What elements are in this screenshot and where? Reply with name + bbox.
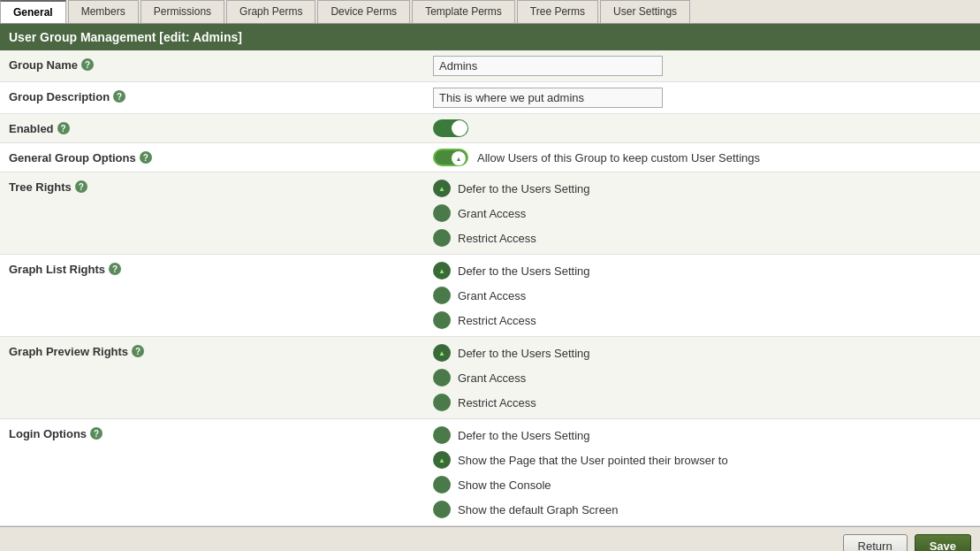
tab-bar: General Members Permissions Graph Perms … — [0, 0, 980, 24]
graph-list-rights-label: Graph List Rights ? — [0, 255, 424, 283]
login-radio-4[interactable] — [433, 501, 451, 518]
group-name-input[interactable] — [433, 56, 663, 76]
login-option-label-4: Show the default Graph Screen — [458, 503, 618, 517]
graph-list-rights-value-cell: Defer to the Users Setting Grant Access … — [424, 255, 980, 336]
login-radio-1[interactable] — [433, 426, 451, 444]
group-name-help-icon[interactable]: ? — [81, 58, 94, 71]
graph-preview-radio-3[interactable] — [433, 394, 451, 411]
graph-preview-option-label-3: Restrict Access — [458, 396, 536, 409]
group-description-help-icon[interactable]: ? — [113, 90, 125, 103]
graph-preview-rights-label: Graph Preview Rights ? — [0, 337, 424, 365]
toggle-knob — [452, 120, 467, 136]
tree-rights-value-cell: Defer to the Users Setting Grant Access … — [424, 172, 980, 254]
login-options-row: Login Options ? Defer to the Users Setti… — [0, 419, 980, 526]
footer: Return Save — [0, 526, 980, 551]
graph-list-radio-3[interactable] — [433, 311, 451, 329]
tree-rights-row: Tree Rights ? Defer to the Users Setting… — [0, 172, 980, 255]
tree-rights-option-3[interactable]: Restrict Access — [433, 227, 971, 249]
graph-preview-option-label-1: Defer to the Users Setting — [458, 347, 590, 360]
tab-template-perms[interactable]: Template Perms — [412, 0, 515, 23]
graph-preview-option-3[interactable]: Restrict Access — [433, 392, 971, 413]
login-options-label: Login Options ? — [0, 419, 424, 448]
graph-list-option-label-1: Defer to the Users Setting — [458, 264, 590, 278]
tab-general[interactable]: General — [0, 0, 66, 23]
tree-rights-label: Tree Rights ? — [0, 172, 424, 201]
group-name-label: Group Name ? — [0, 50, 424, 79]
tree-rights-radio-1[interactable] — [433, 180, 451, 197]
login-option-2[interactable]: Show the Page that the User pointed thei… — [433, 449, 971, 471]
login-radio-3[interactable] — [433, 476, 451, 494]
graph-preview-rights-value-cell: Defer to the Users Setting Grant Access … — [424, 337, 980, 418]
graph-list-rights-option-2[interactable]: Grant Access — [433, 285, 971, 306]
tree-rights-option-label-2: Grant Access — [458, 207, 526, 220]
enabled-row: Enabled ? — [0, 114, 980, 143]
page-title: User Group Management [edit: Admins] — [0, 24, 980, 50]
save-button[interactable]: Save — [915, 534, 971, 551]
graph-list-rights-option-3[interactable]: Restrict Access — [433, 310, 971, 331]
general-group-options-value-cell: Allow Users of this Group to keep custom… — [424, 143, 980, 172]
login-option-4[interactable]: Show the default Graph Screen — [433, 499, 971, 520]
tab-members[interactable]: Members — [68, 0, 139, 23]
graph-preview-option-label-2: Grant Access — [458, 371, 526, 385]
graph-list-rights-option-1[interactable]: Defer to the Users Setting — [433, 260, 971, 281]
tab-device-perms[interactable]: Device Perms — [317, 0, 410, 23]
graph-preview-radio-2[interactable] — [433, 369, 451, 386]
group-description-label: Group Description ? — [0, 82, 424, 111]
general-toggle-knob — [452, 151, 466, 165]
general-group-options-toggle-row: Allow Users of this Group to keep custom… — [433, 149, 971, 166]
tab-tree-perms[interactable]: Tree Perms — [517, 0, 598, 23]
enabled-value-cell — [424, 114, 980, 142]
tree-rights-radio-2[interactable] — [433, 204, 451, 222]
enabled-label: Enabled ? — [0, 114, 424, 142]
tree-rights-help-icon[interactable]: ? — [75, 180, 87, 193]
graph-list-option-label-3: Restrict Access — [458, 314, 536, 327]
login-option-label-3: Show the Console — [458, 478, 551, 492]
login-radio-2[interactable] — [433, 451, 451, 469]
tree-rights-option-1[interactable]: Defer to the Users Setting — [433, 178, 971, 199]
login-option-label-2: Show the Page that the User pointed thei… — [458, 454, 728, 467]
graph-preview-option-1[interactable]: Defer to the Users Setting — [433, 342, 971, 364]
general-group-options-help-icon[interactable]: ? — [140, 151, 152, 164]
graph-list-radio-2[interactable] — [433, 287, 451, 304]
login-options-value-cell: Defer to the Users Setting Show the Page… — [424, 419, 980, 525]
tab-user-settings[interactable]: User Settings — [600, 0, 690, 23]
general-group-options-label: General Group Options ? — [0, 143, 424, 172]
graph-list-rights-row: Graph List Rights ? Defer to the Users S… — [0, 255, 980, 337]
graph-preview-option-2[interactable]: Grant Access — [433, 367, 971, 388]
login-options-help-icon[interactable]: ? — [90, 427, 103, 440]
login-option-1[interactable]: Defer to the Users Setting — [433, 425, 971, 446]
group-name-value-cell — [424, 50, 980, 81]
general-group-options-text: Allow Users of this Group to keep custom… — [477, 151, 760, 165]
graph-list-radio-1[interactable] — [433, 262, 451, 279]
general-group-options-row: General Group Options ? Allow Users of t… — [0, 143, 980, 172]
group-description-input[interactable] — [433, 88, 663, 108]
graph-list-rights-help-icon[interactable]: ? — [109, 263, 121, 275]
graph-list-option-label-2: Grant Access — [458, 289, 526, 302]
enabled-help-icon[interactable]: ? — [57, 122, 70, 134]
graph-preview-radio-1[interactable] — [433, 344, 451, 362]
tab-permissions[interactable]: Permissions — [141, 0, 224, 23]
tree-rights-option-2[interactable]: Grant Access — [433, 203, 971, 224]
main-content: Group Name ? Group Description ? Enabled… — [0, 50, 980, 526]
group-description-value-cell — [424, 82, 980, 113]
return-button[interactable]: Return — [843, 534, 908, 551]
graph-preview-rights-row: Graph Preview Rights ? Defer to the User… — [0, 337, 980, 419]
group-name-row: Group Name ? — [0, 50, 980, 82]
tree-rights-option-label-3: Restrict Access — [458, 232, 536, 245]
tree-rights-radio-3[interactable] — [433, 229, 451, 247]
login-option-3[interactable]: Show the Console — [433, 474, 971, 495]
graph-preview-rights-help-icon[interactable]: ? — [132, 345, 144, 357]
login-option-label-1: Defer to the Users Setting — [458, 429, 590, 442]
group-description-row: Group Description ? — [0, 82, 980, 114]
general-group-options-toggle[interactable] — [433, 149, 468, 166]
tab-graph-perms[interactable]: Graph Perms — [226, 0, 315, 23]
tree-rights-option-label-1: Defer to the Users Setting — [458, 182, 590, 195]
enabled-toggle[interactable] — [433, 119, 468, 137]
